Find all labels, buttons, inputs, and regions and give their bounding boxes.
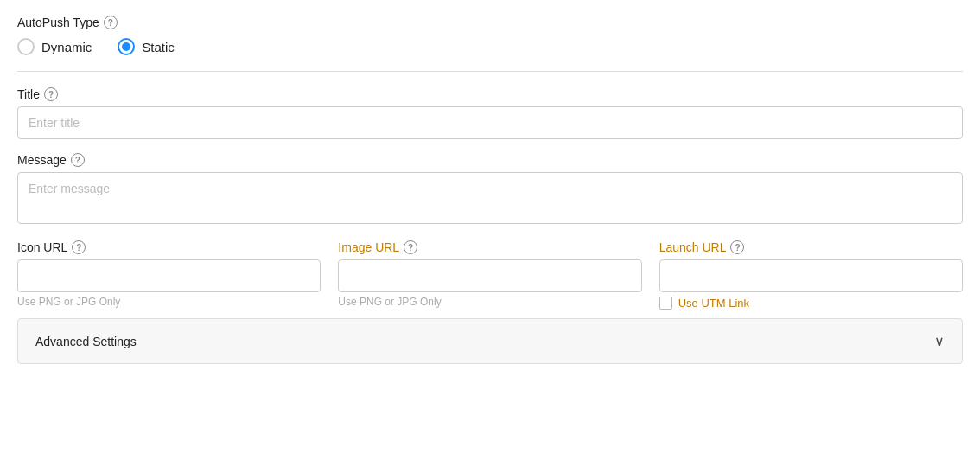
launch-url-label-text: Launch URL [659,240,727,254]
image-url-input[interactable] [338,259,641,292]
radio-static[interactable]: Static [118,38,175,55]
icon-url-col: Icon URL ? Use PNG or JPG Only [17,240,321,310]
image-url-label-text: Image URL [338,240,399,254]
image-url-hint: Use PNG or JPG Only [338,296,641,308]
autopush-type-label: AutoPush Type ? [17,16,963,29]
autopush-type-help-icon[interactable]: ? [104,16,118,29]
advanced-settings-label: Advanced Settings [35,335,137,348]
radio-static-inner [122,42,130,51]
icon-url-input[interactable] [17,259,321,292]
message-label: Message ? [17,153,963,167]
utm-link-label[interactable]: Use UTM Link [678,297,749,310]
image-url-label: Image URL ? [338,240,641,254]
advanced-settings-bar[interactable]: Advanced Settings ∨ [17,318,963,364]
message-input[interactable] [17,172,963,224]
title-label-text: Title [17,87,40,101]
title-input[interactable] [17,106,963,139]
title-label: Title ? [17,87,963,101]
launch-url-col: Launch URL ? Use UTM Link [659,240,963,310]
message-field-group: Message ? [17,153,963,227]
message-label-text: Message [17,153,67,167]
radio-dynamic-button[interactable] [17,38,35,55]
section-divider [17,71,963,72]
launch-url-input[interactable] [659,259,963,292]
radio-static-button[interactable] [118,38,135,55]
launch-url-label: Launch URL ? [659,240,963,254]
autopush-type-text: AutoPush Type [17,16,99,29]
url-fields-row: Icon URL ? Use PNG or JPG Only Image URL… [17,240,963,310]
utm-row: Use UTM Link [659,297,963,310]
title-help-icon[interactable]: ? [44,87,58,101]
icon-url-help-icon[interactable]: ? [72,240,86,254]
message-help-icon[interactable]: ? [71,153,85,167]
icon-url-hint: Use PNG or JPG Only [17,296,321,308]
icon-url-label: Icon URL ? [17,240,321,254]
icon-url-label-text: Icon URL [17,240,67,254]
title-field-group: Title ? [17,87,963,139]
chevron-down-icon: ∨ [934,333,945,349]
radio-dynamic-label: Dynamic [41,40,92,54]
image-url-help-icon[interactable]: ? [404,240,417,254]
radio-static-label: Static [142,40,175,54]
radio-dynamic[interactable]: Dynamic [17,38,92,55]
launch-url-help-icon[interactable]: ? [730,240,744,254]
image-url-col: Image URL ? Use PNG or JPG Only [338,240,641,310]
utm-checkbox[interactable] [659,297,672,310]
autopush-type-radio-group: Dynamic Static [17,38,963,55]
